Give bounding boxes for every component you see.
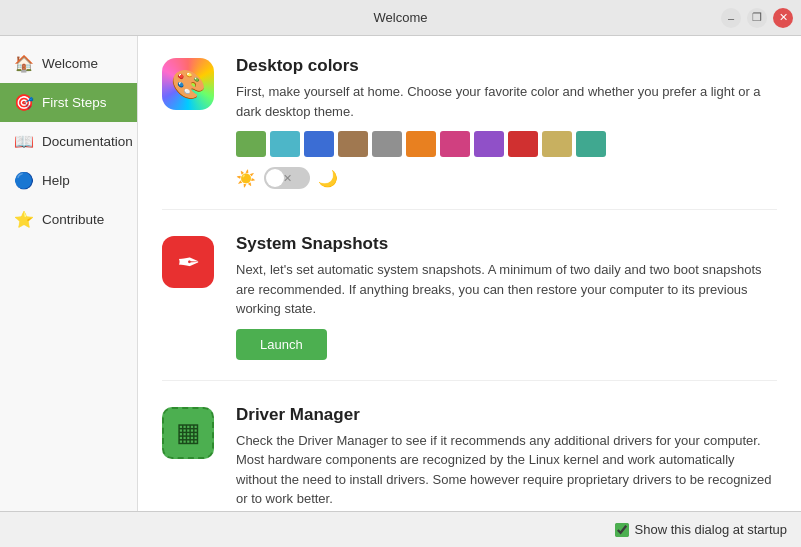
swatch-blue[interactable] <box>304 131 334 157</box>
system-snapshots-launch-button[interactable]: Launch <box>236 329 327 360</box>
sidebar-item-contribute[interactable]: ⭐ Contribute <box>0 200 137 239</box>
palette-icon: 🎨 <box>171 68 206 101</box>
sidebar-item-documentation[interactable]: 📖 Documentation <box>0 122 137 161</box>
desktop-colors-icon-wrap: 🎨 <box>162 56 218 189</box>
system-snapshots-body: System Snapshots Next, let's set automat… <box>236 234 777 360</box>
system-snapshots-icon: ✒ <box>162 236 214 288</box>
desktop-colors-icon: 🎨 <box>162 58 214 110</box>
sidebar-item-first-steps[interactable]: 🎯 First Steps <box>0 83 137 122</box>
swatch-green[interactable] <box>236 131 266 157</box>
window-title: Welcome <box>374 10 428 25</box>
target-icon: 🎯 <box>14 93 32 112</box>
help-icon: 🔵 <box>14 171 32 190</box>
bottombar: Show this dialog at startup <box>0 511 801 547</box>
toggle-x-mark: ✕ <box>283 172 292 185</box>
show-at-startup-text: Show this dialog at startup <box>635 522 787 537</box>
color-swatches <box>236 131 777 157</box>
driver-manager-desc: Check the Driver Manager to see if it re… <box>236 431 777 509</box>
sidebar-label-documentation: Documentation <box>42 134 133 149</box>
swatch-gray[interactable] <box>372 131 402 157</box>
show-at-startup-label[interactable]: Show this dialog at startup <box>615 522 787 537</box>
star-icon: ⭐ <box>14 210 32 229</box>
swatch-teal[interactable] <box>576 131 606 157</box>
sidebar-label-help: Help <box>42 173 70 188</box>
section-desktop-colors: 🎨 Desktop colors First, make yourself at… <box>162 56 777 210</box>
swatch-orange[interactable] <box>406 131 436 157</box>
main-layout: 🏠 Welcome 🎯 First Steps 📖 Documentation … <box>0 36 801 511</box>
moon-icon: 🌙 <box>318 169 338 188</box>
window-controls: – ❐ ✕ <box>721 8 793 28</box>
system-snapshots-icon-wrap: ✒ <box>162 234 218 360</box>
sidebar-item-welcome[interactable]: 🏠 Welcome <box>0 44 137 83</box>
close-button[interactable]: ✕ <box>773 8 793 28</box>
show-at-startup-checkbox[interactable] <box>615 523 629 537</box>
sidebar-label-first-steps: First Steps <box>42 95 107 110</box>
system-snapshots-desc: Next, let's set automatic system snapsho… <box>236 260 777 319</box>
sidebar: 🏠 Welcome 🎯 First Steps 📖 Documentation … <box>0 36 138 511</box>
swatch-brown[interactable] <box>338 131 368 157</box>
titlebar: Welcome – ❐ ✕ <box>0 0 801 36</box>
minimize-button[interactable]: – <box>721 8 741 28</box>
driver-manager-body: Driver Manager Check the Driver Manager … <box>236 405 777 512</box>
system-snapshots-title: System Snapshots <box>236 234 777 254</box>
sidebar-item-help[interactable]: 🔵 Help <box>0 161 137 200</box>
sun-icon: ☀️ <box>236 169 256 188</box>
sidebar-label-welcome: Welcome <box>42 56 98 71</box>
driver-manager-icon-wrap: ▦ <box>162 405 218 512</box>
toggle-knob <box>266 169 284 187</box>
theme-toggle-switch[interactable]: ✕ <box>264 167 310 189</box>
desktop-colors-desc: First, make yourself at home. Choose you… <box>236 82 777 121</box>
snapshot-glyph: ✒ <box>177 246 200 279</box>
swatch-red[interactable] <box>508 131 538 157</box>
book-icon: 📖 <box>14 132 32 151</box>
section-system-snapshots: ✒ System Snapshots Next, let's set autom… <box>162 234 777 381</box>
content-area: 🎨 Desktop colors First, make yourself at… <box>138 36 801 511</box>
home-icon: 🏠 <box>14 54 32 73</box>
swatch-cyan[interactable] <box>270 131 300 157</box>
restore-button[interactable]: ❐ <box>747 8 767 28</box>
driver-manager-title: Driver Manager <box>236 405 777 425</box>
swatch-pink[interactable] <box>440 131 470 157</box>
swatch-gold[interactable] <box>542 131 572 157</box>
sidebar-label-contribute: Contribute <box>42 212 104 227</box>
driver-manager-icon: ▦ <box>162 407 214 459</box>
section-driver-manager: ▦ Driver Manager Check the Driver Manage… <box>162 405 777 512</box>
driver-glyph: ▦ <box>176 417 201 448</box>
desktop-colors-body: Desktop colors First, make yourself at h… <box>236 56 777 189</box>
desktop-colors-title: Desktop colors <box>236 56 777 76</box>
theme-toggle: ☀️ ✕ 🌙 <box>236 167 777 189</box>
swatch-purple[interactable] <box>474 131 504 157</box>
